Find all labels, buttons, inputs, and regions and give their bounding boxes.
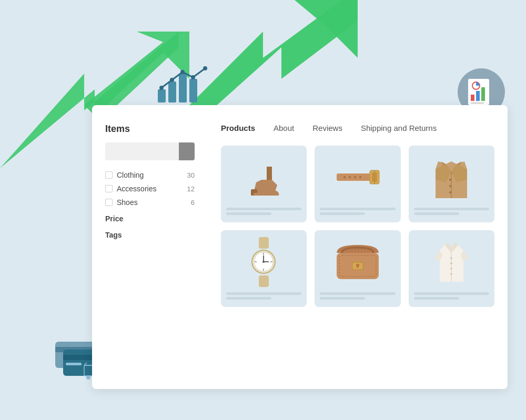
svg-point-25 (170, 78, 174, 82)
product-image-coat (414, 151, 489, 203)
shirt-svg (432, 240, 471, 284)
price-section-label: Price (105, 214, 195, 223)
svg-point-37 (359, 176, 361, 178)
svg-point-39 (449, 179, 451, 181)
product-card-coat[interactable] (409, 146, 494, 222)
product-lines-shirt (414, 292, 489, 302)
filter-shoes-label: Shoes (117, 198, 187, 207)
svg-point-58 (450, 262, 452, 264)
bg-arrow-right (189, 0, 358, 116)
filter-accessories[interactable]: Accessories 12 (105, 185, 195, 193)
filter-shoes[interactable]: Shoes 6 (105, 198, 195, 207)
product-lines-coat (414, 208, 489, 217)
svg-point-17 (86, 375, 90, 380)
product-grid (221, 146, 494, 307)
filter-accessories-count: 12 (187, 185, 195, 193)
analytics-icon (155, 66, 208, 110)
product-card-bag[interactable] (315, 230, 400, 307)
product-lines-boot (226, 208, 301, 217)
watch-svg (249, 237, 278, 287)
svg-point-35 (349, 176, 351, 178)
content-area: Products About Reviews Shipping and Retu… (208, 116, 508, 378)
product-line-1 (320, 208, 395, 210)
tab-about[interactable]: About (274, 124, 294, 135)
svg-rect-23 (189, 79, 197, 103)
product-card-watch[interactable] (221, 230, 307, 307)
svg-rect-9 (471, 103, 484, 104)
checkbox-shoes[interactable] (105, 199, 113, 206)
product-line-2 (226, 212, 271, 215)
product-image-belt (320, 151, 395, 203)
sidebar: Items Clothing 30 Accessories 12 Shoes 6… (92, 116, 208, 378)
sidebar-title: Items (105, 124, 195, 135)
product-line-1 (414, 208, 489, 210)
product-line-2 (226, 297, 271, 300)
product-line-1 (414, 292, 489, 295)
svg-point-34 (343, 176, 346, 178)
svg-point-24 (159, 86, 164, 90)
filter-clothing[interactable]: Clothing 30 (105, 171, 195, 179)
checkbox-clothing[interactable] (105, 171, 113, 179)
tab-shipping[interactable]: Shipping and Returns (361, 124, 437, 135)
svg-rect-43 (259, 275, 269, 287)
svg-point-52 (262, 261, 265, 263)
search-bar[interactable] (105, 142, 195, 160)
product-image-shirt (414, 235, 489, 288)
product-line-2 (414, 212, 459, 215)
svg-rect-42 (259, 237, 269, 249)
svg-point-60 (450, 273, 452, 274)
filter-shoes-count: 6 (191, 199, 195, 207)
report-chart-icon (466, 78, 497, 107)
tab-reviews[interactable]: Reviews (312, 124, 342, 135)
svg-point-28 (203, 66, 207, 70)
svg-point-27 (191, 75, 195, 79)
product-lines-belt (320, 208, 395, 217)
product-image-watch (226, 235, 301, 288)
svg-rect-6 (476, 91, 480, 101)
svg-point-26 (180, 70, 185, 74)
product-image-bag (320, 235, 395, 288)
belt-svg (334, 164, 381, 190)
svg-rect-5 (471, 95, 474, 101)
product-line-1 (320, 292, 395, 295)
product-line-1 (226, 208, 301, 210)
checkbox-accessories[interactable] (105, 185, 113, 192)
product-line-1 (226, 292, 301, 295)
product-line-2 (414, 297, 459, 300)
product-card-belt[interactable] (315, 146, 400, 222)
bag-svg (334, 242, 381, 282)
product-card-boot[interactable] (221, 146, 307, 222)
product-line-2 (320, 212, 365, 215)
product-lines-bag (320, 292, 395, 302)
svg-rect-20 (158, 89, 166, 103)
tab-products[interactable]: Products (221, 124, 255, 135)
svg-point-57 (450, 257, 452, 259)
product-line-2 (320, 297, 365, 300)
svg-point-41 (449, 191, 451, 193)
svg-point-36 (354, 176, 356, 178)
search-bar-fill (179, 142, 195, 160)
filter-clothing-count: 30 (187, 171, 195, 179)
nav-tabs: Products About Reviews Shipping and Retu… (221, 124, 494, 135)
svg-rect-14 (66, 363, 82, 365)
svg-rect-22 (179, 74, 187, 103)
tags-section-label: Tags (105, 231, 195, 239)
svg-rect-21 (168, 81, 176, 103)
product-lines-watch (226, 292, 301, 302)
main-card: Items Clothing 30 Accessories 12 Shoes 6… (92, 105, 508, 389)
chart-bar-svg (155, 66, 208, 108)
filter-accessories-label: Accessories (117, 185, 183, 193)
boot-svg (243, 156, 285, 198)
product-card-shirt[interactable] (409, 230, 494, 307)
svg-point-59 (450, 268, 452, 269)
svg-point-40 (449, 185, 451, 187)
coat-svg (433, 153, 470, 201)
filter-clothing-label: Clothing (117, 171, 183, 179)
product-image-boot (226, 151, 301, 203)
svg-rect-7 (481, 87, 485, 101)
